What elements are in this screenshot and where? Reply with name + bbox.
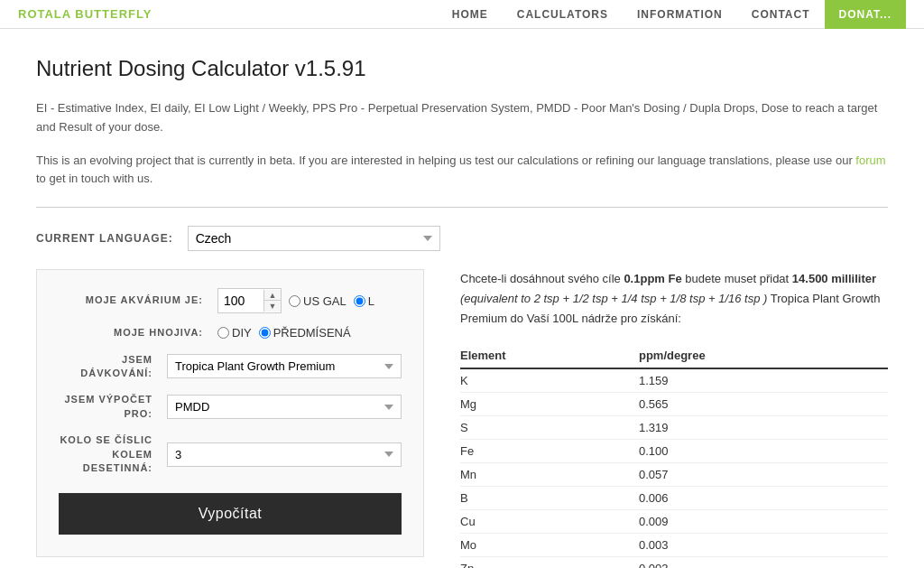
col-element: Element bbox=[460, 343, 639, 368]
description-2: This is an evolving project that is curr… bbox=[36, 152, 888, 190]
element-cell: S bbox=[460, 416, 639, 440]
spinner-up[interactable]: ▲ bbox=[264, 290, 281, 301]
premixed-radio[interactable] bbox=[259, 327, 271, 339]
calcfor-row: JSEM VÝPOČET PRO: PMDD EI EI Daily bbox=[59, 393, 402, 421]
navigation: ROTALA BUTTERFLY HOME CALCULATORS InForM… bbox=[0, 0, 924, 29]
language-select[interactable]: Czech English German bbox=[188, 226, 440, 251]
premixed-label[interactable]: PŘEDMÍSENÁ bbox=[259, 326, 351, 340]
calcfor-label: JSEM VÝPOČET PRO: bbox=[59, 393, 152, 421]
spinner-buttons: ▲ ▼ bbox=[263, 290, 281, 312]
calcfor-controls: PMDD EI EI Daily bbox=[167, 395, 402, 419]
table-row: Mg0.565 bbox=[460, 393, 888, 416]
description-2-post: to get in touch with us. bbox=[36, 172, 152, 185]
result-amount: 14.500 milliliter bbox=[792, 272, 876, 285]
element-cell: K bbox=[460, 368, 639, 393]
diy-label[interactable]: DIY bbox=[217, 326, 252, 340]
language-label: CURRENT LANGUAGE: bbox=[36, 232, 173, 245]
nav-links: HOME CALCULATORS InForMATiON CONTACT DON… bbox=[438, 0, 906, 29]
l-label[interactable]: L bbox=[354, 294, 374, 308]
language-row: CURRENT LANGUAGE: Czech English German bbox=[36, 226, 888, 251]
table-row: Cu0.009 bbox=[460, 510, 888, 534]
table-body: K1.159Mg0.565S1.319Fe0.100Mn0.057B0.006C… bbox=[460, 368, 888, 568]
fertilizer-controls: DIY PŘEDMÍSENÁ bbox=[217, 326, 402, 340]
divider bbox=[36, 207, 888, 208]
dosing-controls: Tropica Plant Growth Premium bbox=[167, 354, 402, 378]
element-cell: Zn bbox=[460, 557, 639, 568]
l-text: L bbox=[368, 294, 374, 308]
table-row: S1.319 bbox=[460, 416, 888, 440]
premixed-text: PŘEDMÍSENÁ bbox=[273, 326, 351, 340]
element-cell: Mg bbox=[460, 393, 639, 416]
calcfor-select[interactable]: PMDD EI EI Daily bbox=[167, 395, 402, 419]
site-logo[interactable]: ROTALA BUTTERFLY bbox=[18, 7, 152, 21]
ppm-cell: 0.057 bbox=[639, 463, 888, 487]
table-row: Mo0.003 bbox=[460, 534, 888, 557]
dosing-row: JSEM DÁVKOVÁNÍ: Tropica Plant Growth Pre… bbox=[59, 353, 402, 381]
nav-contact[interactable]: CONTACT bbox=[737, 0, 825, 29]
fertilizer-radio-group: DIY PŘEDMÍSENÁ bbox=[217, 326, 351, 340]
usgal-radio[interactable] bbox=[289, 295, 300, 307]
tank-input[interactable] bbox=[218, 289, 263, 312]
tank-controls: ▲ ▼ US GAL L bbox=[217, 288, 402, 313]
result-equiv: (equivalent to 2 tsp + 1/2 tsp + 1/4 tsp… bbox=[460, 292, 767, 305]
nav-calculators[interactable]: CALCULATORS bbox=[503, 0, 623, 29]
nav-home[interactable]: HOME bbox=[438, 0, 503, 29]
nav-information[interactable]: InForMATiON bbox=[623, 0, 737, 29]
ppm-cell: 0.565 bbox=[639, 393, 888, 416]
ppm-cell: 0.003 bbox=[639, 557, 888, 568]
nav-donate[interactable]: DONAT... bbox=[825, 0, 906, 29]
nutrient-table: Element ppm/degree K1.159Mg0.565S1.319Fe… bbox=[460, 343, 888, 568]
diy-text: DIY bbox=[232, 326, 252, 340]
usgal-label[interactable]: US GAL bbox=[289, 294, 346, 308]
fertilizer-row: MOJE HNOJIVA: DIY PŘEDMÍSENÁ bbox=[59, 326, 402, 340]
ppm-cell: 1.159 bbox=[639, 368, 888, 393]
element-cell: Mo bbox=[460, 534, 639, 557]
l-radio[interactable] bbox=[354, 295, 365, 307]
decimal-row: KOLO SE ČÍSLICKOLEM DESETINNÁ: 3 1 2 4 bbox=[59, 433, 402, 475]
dosing-label: JSEM DÁVKOVÁNÍ: bbox=[59, 353, 152, 381]
element-cell: Fe bbox=[460, 440, 639, 463]
table-row: K1.159 bbox=[460, 368, 888, 393]
two-column-layout: MOJE AKVÁRIUM JE: ▲ ▼ US GAL bbox=[36, 269, 888, 568]
diy-radio[interactable] bbox=[217, 327, 229, 339]
ppm-cell: 0.003 bbox=[639, 534, 888, 557]
table-row: B0.006 bbox=[460, 487, 888, 510]
ppm-cell: 0.009 bbox=[639, 510, 888, 534]
decimal-label: KOLO SE ČÍSLICKOLEM DESETINNÁ: bbox=[59, 433, 152, 475]
result-target: 0.1ppm Fe bbox=[624, 272, 681, 285]
page-title: Nutrient Dosing Calculator v1.5.91 bbox=[36, 56, 888, 81]
forum-link[interactable]: forum bbox=[855, 154, 885, 167]
result-pre: Chcete-li dosáhnout svého cíle bbox=[460, 272, 624, 285]
result-text: Chcete-li dosáhnout svého cíle 0.1ppm Fe… bbox=[460, 269, 888, 329]
ppm-cell: 0.006 bbox=[639, 487, 888, 510]
fertilizer-label: MOJE HNOJIVA: bbox=[59, 326, 203, 340]
decimal-controls: 3 1 2 4 bbox=[167, 442, 402, 467]
table-header-row: Element ppm/degree bbox=[460, 343, 888, 368]
description-1: EI - Estimative Index, EI daily, EI Low … bbox=[36, 99, 888, 137]
element-cell: Mn bbox=[460, 463, 639, 487]
ppm-cell: 0.100 bbox=[639, 440, 888, 463]
calculate-button[interactable]: Vypočítat bbox=[59, 493, 402, 535]
tank-spinner: ▲ ▼ bbox=[217, 288, 282, 313]
table-row: Zn0.003 bbox=[460, 557, 888, 568]
usgal-text: US GAL bbox=[303, 294, 346, 308]
table-row: Fe0.100 bbox=[460, 440, 888, 463]
table-header: Element ppm/degree bbox=[460, 343, 888, 368]
element-cell: B bbox=[460, 487, 639, 510]
spinner-down[interactable]: ▼ bbox=[264, 301, 281, 312]
main-content: Nutrient Dosing Calculator v1.5.91 EI - … bbox=[0, 29, 924, 568]
dosing-select[interactable]: Tropica Plant Growth Premium bbox=[167, 354, 402, 378]
col-ppm: ppm/degree bbox=[639, 343, 888, 368]
element-cell: Cu bbox=[460, 510, 639, 534]
result-mid1: budete muset přidat bbox=[682, 272, 792, 285]
ppm-cell: 1.319 bbox=[639, 416, 888, 440]
results-panel: Chcete-li dosáhnout svého cíle 0.1ppm Fe… bbox=[460, 269, 888, 568]
calculator-form: MOJE AKVÁRIUM JE: ▲ ▼ US GAL bbox=[36, 269, 424, 557]
description-2-pre: This is an evolving project that is curr… bbox=[36, 154, 855, 167]
decimal-select[interactable]: 3 1 2 4 bbox=[167, 442, 402, 467]
unit-radio-group: US GAL L bbox=[289, 294, 374, 308]
tank-label: MOJE AKVÁRIUM JE: bbox=[59, 293, 203, 307]
table-row: Mn0.057 bbox=[460, 463, 888, 487]
tank-row: MOJE AKVÁRIUM JE: ▲ ▼ US GAL bbox=[59, 288, 402, 313]
